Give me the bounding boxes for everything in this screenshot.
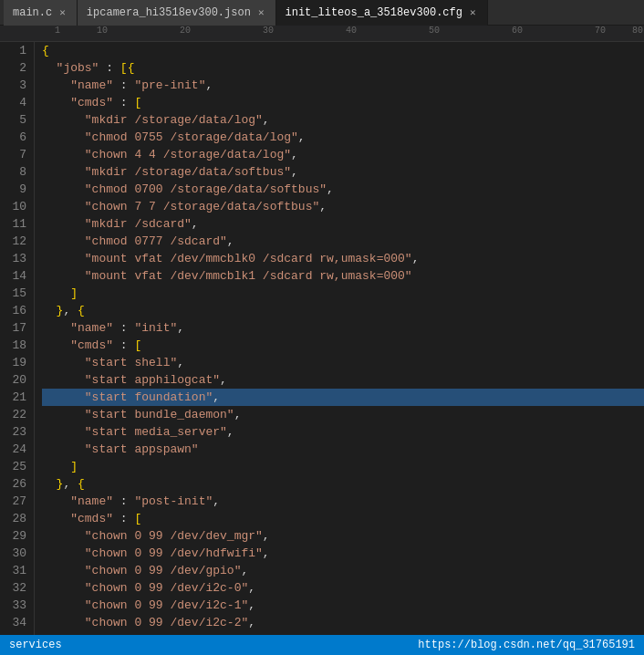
tab-init-liteos-cfg[interactable]: init_liteos_a_3518ev300.cfg ✕ <box>276 0 488 26</box>
code-line: "chmod 0755 /storage/data/log", <box>42 129 644 146</box>
line-number: 16 <box>4 302 26 319</box>
line-number: 1 <box>4 42 26 59</box>
line-number: 4 <box>4 94 26 111</box>
line-number: 23 <box>4 423 26 441</box>
line-number: 34 <box>4 614 26 631</box>
line-number: 18 <box>4 337 26 354</box>
line-number: 9 <box>4 181 26 198</box>
line-number: 31 <box>4 562 26 579</box>
statusbar: services https://blog.csdn.net/qq_317651… <box>0 635 644 655</box>
tab-ipcamera-json-close[interactable]: ✕ <box>256 6 266 18</box>
code-line: "chown 0 99 /dev/hdfwifi", <box>42 545 644 562</box>
editor: 1234567891011121314151617181920212223242… <box>0 42 644 635</box>
code-line: ] <box>42 458 644 475</box>
code-line: "start foundation", <box>42 389 644 406</box>
code-line: "name" : "post-init", <box>42 493 644 510</box>
line-number: 33 <box>4 597 26 614</box>
code-line: "mkdir /storage/data/log", <box>42 111 644 129</box>
code-line: "start media_server", <box>42 423 644 441</box>
statusbar-right: https://blog.csdn.net/qq_31765191 <box>418 639 635 651</box>
code-line: "mkdir /storage/data/softbus", <box>42 163 644 181</box>
code-line: "start bundle_daemon", <box>42 406 644 423</box>
line-number: 26 <box>4 475 26 493</box>
line-number: 5 <box>4 111 26 129</box>
code-line: "start appspawn" <box>42 441 644 458</box>
code-area[interactable]: { "jobs" : [{ "name" : "pre-init", "cmds… <box>35 42 644 635</box>
code-line: "mount vfat /dev/mmcblk1 /sdcard rw,umas… <box>42 267 644 285</box>
code-line: "chmod 0777 /sdcard", <box>42 233 644 250</box>
line-numbers: 1234567891011121314151617181920212223242… <box>0 42 35 635</box>
code-line: "chown 0 99 /dev/i2c-2", <box>42 614 644 631</box>
code-line: "chmod 0700 /storage/data/softbus", <box>42 181 644 198</box>
line-number: 11 <box>4 215 26 233</box>
code-line: "chown 0 99 /dev/dev_mgr", <box>42 527 644 545</box>
line-number: 22 <box>4 406 26 423</box>
line-number: 15 <box>4 285 26 302</box>
code-line: "chown 4 4 /storage/data/log", <box>42 146 644 163</box>
code-line: "mkdir /sdcard", <box>42 215 644 233</box>
line-number: 25 <box>4 458 26 475</box>
code-line: ] <box>42 285 644 302</box>
line-number: 13 <box>4 250 26 267</box>
line-number: 21 <box>4 389 26 406</box>
code-line: "jobs" : [{ <box>42 59 644 77</box>
tab-main-c-close[interactable]: ✕ <box>57 6 68 18</box>
statusbar-left: services <box>9 639 62 651</box>
line-number: 32 <box>4 579 26 597</box>
code-line: "chown 0 99 /dev/i2c-0", <box>42 579 644 597</box>
tab-main-c-label: main.c <box>13 6 52 19</box>
code-line: "mount vfat /dev/mmcblk0 /sdcard rw,umas… <box>42 250 644 267</box>
code-line: }, { <box>42 302 644 319</box>
code-line: "start apphilogcat", <box>42 371 644 389</box>
code-line: "name" : "init", <box>42 319 644 337</box>
ruler: 1 10 20 30 40 50 60 70 80 <box>0 26 644 42</box>
tab-main-c[interactable]: main.c ✕ <box>4 0 78 26</box>
line-number: 2 <box>4 59 26 77</box>
line-number: 3 <box>4 77 26 94</box>
code-line: "cmds" : [ <box>42 94 644 111</box>
code-line: "cmds" : [ <box>42 510 644 527</box>
line-number: 27 <box>4 493 26 510</box>
code-line: "chown 7 7 /storage/data/softbus", <box>42 198 644 215</box>
line-number: 14 <box>4 267 26 285</box>
line-number: 24 <box>4 441 26 458</box>
line-number: 8 <box>4 163 26 181</box>
titlebar: main.c ✕ ipcamera_hi3518ev300.json ✕ ini… <box>0 0 644 26</box>
tab-ipcamera-json-label: ipcamera_hi3518ev300.json <box>87 6 251 19</box>
line-number: 30 <box>4 545 26 562</box>
line-number: 29 <box>4 527 26 545</box>
code-line: "chown 0 99 /dev/i2c-1", <box>42 597 644 614</box>
code-line: }, { <box>42 475 644 493</box>
code-line: "name" : "pre-init", <box>42 77 644 94</box>
code-line: "start shell", <box>42 354 644 371</box>
line-number: 12 <box>4 233 26 250</box>
line-number: 7 <box>4 146 26 163</box>
tab-ipcamera-json[interactable]: ipcamera_hi3518ev300.json ✕ <box>78 0 276 26</box>
line-number: 10 <box>4 198 26 215</box>
code-line: "chown 0 99 /dev/gpio", <box>42 562 644 579</box>
tab-init-liteos-cfg-label: init_liteos_a_3518ev300.cfg <box>286 6 462 19</box>
line-number: 19 <box>4 354 26 371</box>
line-number: 28 <box>4 510 26 527</box>
tab-init-liteos-cfg-close[interactable]: ✕ <box>468 6 478 18</box>
code-line: "cmds" : [ <box>42 337 644 354</box>
code-line: { <box>42 42 644 59</box>
line-number: 6 <box>4 129 26 146</box>
line-number: 17 <box>4 319 26 337</box>
line-number: 20 <box>4 371 26 389</box>
